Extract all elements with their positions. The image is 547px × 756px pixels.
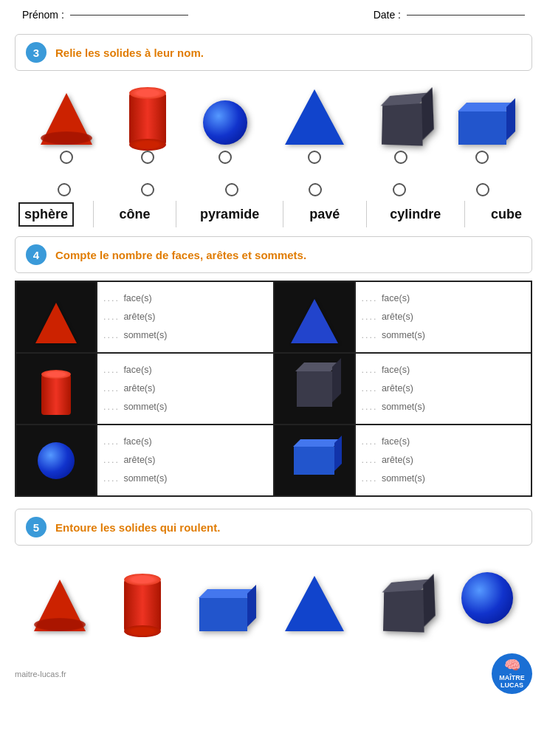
- label-circle-4[interactable]: [309, 183, 322, 196]
- cube-dark-sm-icon: [297, 371, 332, 407]
- cube-dark-arete: .... arête(s): [362, 379, 526, 398]
- sep-2: [176, 201, 176, 227]
- ex5-sphere: [461, 565, 513, 631]
- label-circle-2[interactable]: [141, 183, 154, 196]
- prenom-field: Prénom :: [22, 9, 188, 21]
- label-cylindre: cylindre: [385, 204, 445, 225]
- cone-cell: [16, 281, 97, 353]
- ex5-cube-dark-icon: [383, 590, 424, 633]
- sep-4: [366, 201, 367, 227]
- prism-info-cell: .... face(s) .... arête(s) .... sommet(s…: [355, 425, 532, 496]
- label-sphere: sphère: [18, 202, 74, 227]
- prism-top-circle[interactable]: [475, 151, 489, 164]
- pyramid-arete: .... arête(s): [362, 308, 526, 326]
- sep-3: [283, 201, 283, 227]
- pyramid-sommet: .... sommet(s): [362, 326, 526, 345]
- labels-row: sphère cône pyramide pavé cylindre cube: [0, 201, 547, 227]
- logo-line1: MAÎTRE: [499, 674, 525, 682]
- label-circle-6[interactable]: [476, 183, 489, 196]
- table-row-3: .... face(s) .... arête(s) .... sommet(s…: [16, 425, 531, 496]
- label-circle-1[interactable]: [58, 183, 71, 196]
- exercise5-shapes: [0, 553, 547, 639]
- sphere-face: .... face(s): [103, 433, 267, 451]
- sphere-cell: [16, 425, 97, 496]
- exercise5-box: 5 Entoure les solides qui roulent.: [15, 509, 532, 546]
- date-field: Date :: [374, 9, 525, 21]
- exercise3-number: 3: [26, 42, 47, 63]
- shape-cylinder: [129, 86, 166, 164]
- exercise5-number: 5: [26, 517, 47, 537]
- cone-info-cell: .... face(s) .... arête(s) .... sommet(s…: [97, 281, 274, 353]
- cylinder-info-cell: .... face(s) .... arête(s) .... sommet(s…: [97, 353, 274, 425]
- label-cube: cube: [484, 204, 529, 225]
- cylinder-arete: .... arête(s): [103, 379, 267, 398]
- pyramid-face: .... face(s): [362, 289, 526, 308]
- cone-top-circle[interactable]: [60, 151, 73, 164]
- ex5-cube-dark: [382, 565, 423, 631]
- prism-blue-icon: [458, 111, 506, 145]
- prism-face: .... face(s): [362, 433, 526, 451]
- sphere-top-circle[interactable]: [219, 151, 232, 164]
- cylinder-red-icon: [129, 93, 166, 145]
- label-circle-5[interactable]: [393, 183, 406, 196]
- footer-website: maitre-lucas.fr: [15, 670, 66, 678]
- pyramid-cell: [274, 281, 355, 353]
- pyramid-blue-icon: [285, 89, 344, 145]
- ex5-cylinder-icon: [124, 580, 161, 631]
- label-cone: cône: [113, 204, 157, 225]
- ex5-pyramid-icon: [285, 576, 344, 631]
- connect-circles-row: [0, 177, 547, 196]
- cone-sommet: .... sommet(s): [103, 326, 267, 345]
- pyramid-sm-icon: [291, 299, 338, 343]
- shape-sphere: [203, 86, 247, 164]
- cube-dark-face: .... face(s): [362, 361, 526, 379]
- shape-cone: [41, 86, 92, 164]
- ex5-cone-icon: [34, 580, 86, 631]
- table-row-1: .... face(s) .... arête(s) .... sommet(s…: [16, 281, 531, 353]
- shapes-top-row: [0, 78, 547, 167]
- date-label: Date :: [374, 9, 401, 21]
- prism-arete: .... arête(s): [362, 451, 526, 470]
- cube-dark-cell: [274, 353, 355, 425]
- prenom-line: [70, 15, 188, 16]
- label-pave: pavé: [303, 204, 347, 225]
- page-footer: maitre-lucas.fr 🧠 MAÎTRE LUCAS: [0, 646, 547, 701]
- shape-cube-dark: [381, 86, 422, 164]
- cylinder-top-circle[interactable]: [141, 151, 154, 164]
- cylinder-sommet: .... sommet(s): [103, 398, 267, 416]
- exercise5-title: Entoure les solides qui roulent.: [55, 521, 220, 534]
- ex5-cylinder: [124, 565, 161, 631]
- exercise4-number: 4: [26, 244, 47, 265]
- exercise4-table-wrapper: .... face(s) .... arête(s) .... sommet(s…: [15, 281, 532, 497]
- sphere-info-cell: .... face(s) .... arête(s) .... sommet(s…: [97, 425, 274, 496]
- maitre-lucas-logo: 🧠 MAÎTRE LUCAS: [492, 653, 532, 694]
- table-row-2: .... face(s) .... arête(s) .... sommet(s…: [16, 353, 531, 425]
- cone-face: .... face(s): [103, 289, 267, 308]
- cube-dark-info-cell: .... face(s) .... arête(s) .... sommet(s…: [355, 353, 532, 425]
- shape-prism: [458, 86, 506, 164]
- prism-sommet: .... sommet(s): [362, 470, 526, 488]
- prism-cell: [274, 425, 355, 496]
- ex5-sphere-icon: [461, 572, 513, 624]
- cylinder-face: .... face(s): [103, 361, 267, 379]
- pyramid-top-circle[interactable]: [308, 151, 321, 164]
- sphere-sm-icon: [38, 442, 75, 479]
- ex5-cone: [34, 565, 86, 631]
- sphere-blue-icon: [203, 100, 247, 145]
- prism-sm-icon: [294, 447, 334, 475]
- cylinder-cell: [16, 353, 97, 425]
- prenom-label: Prénom :: [22, 9, 64, 21]
- label-pyramide: pyramide: [196, 204, 264, 225]
- page-header: Prénom : Date :: [0, 0, 547, 27]
- cube-dark-top-circle[interactable]: [394, 151, 407, 164]
- ex5-pyramid: [285, 565, 344, 631]
- date-line: [407, 15, 525, 16]
- exercise4-table: .... face(s) .... arête(s) .... sommet(s…: [15, 281, 532, 497]
- sep-1: [93, 201, 94, 227]
- cube-dark-icon: [382, 103, 423, 146]
- label-circle-3[interactable]: [225, 183, 238, 196]
- cylinder-sm-icon: [41, 374, 71, 415]
- sphere-arete: .... arête(s): [103, 451, 267, 470]
- exercise3-box: 3 Relie les solides à leur nom.: [15, 34, 532, 71]
- shape-pyramid: [285, 86, 344, 164]
